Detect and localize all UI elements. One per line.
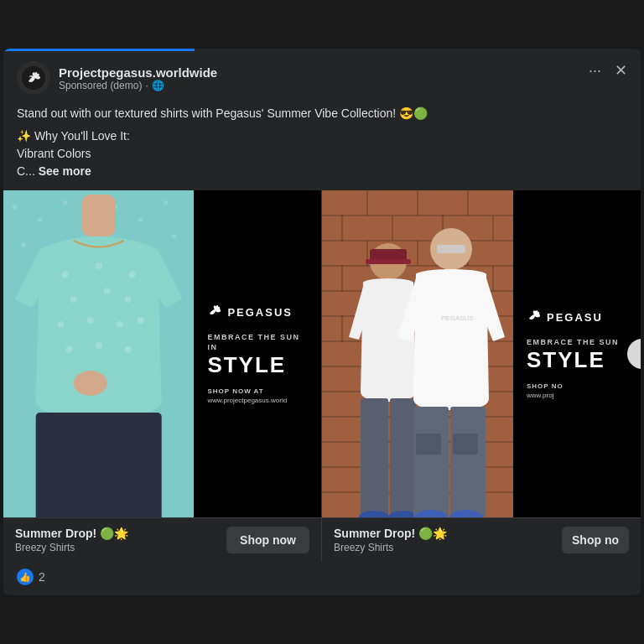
svg-rect-16 <box>82 195 116 236</box>
svg-rect-73 <box>390 398 416 517</box>
svg-rect-80 <box>413 407 449 517</box>
svg-point-2 <box>13 205 18 210</box>
shirt-photo <box>3 190 194 517</box>
product-text-1: Summer Drop! 🟢🌟 Breezy Shirts <box>15 527 218 553</box>
header-info: Projectpegasus.worldwide Sponsored (demo… <box>59 65 627 91</box>
reactions-row: 👍 2 <box>3 562 641 595</box>
brand-panel-2: PEGASU EMBRACE THE SUN STYLE SHOP NO www… <box>513 190 641 517</box>
svg-point-30 <box>74 371 107 396</box>
shop-at-label-1: SHOP NOW AT <box>207 387 263 395</box>
post-text-line1: Stand out with our textured shirts with … <box>17 105 627 122</box>
brick-background: PEGASUS <box>322 190 513 517</box>
pegasus-brand-1: PEGASUS <box>207 304 293 321</box>
shop-url-2: www.proj <box>527 392 553 399</box>
carousel-item-1: PEGASUS EMBRACE THE SUN IN STYLE SHOP NO… <box>3 190 322 517</box>
svg-point-21 <box>104 288 111 294</box>
svg-point-24 <box>87 317 94 324</box>
svg-point-9 <box>21 242 26 247</box>
svg-rect-72 <box>361 398 388 517</box>
product-image-1[interactable]: PEGASUS EMBRACE THE SUN IN STYLE SHOP NO… <box>3 190 321 517</box>
product-info-2: Summer Drop! 🟢🌟 Breezy Shirts Shop no <box>322 517 641 562</box>
svg-text:PEGASUS: PEGASUS <box>441 314 474 322</box>
svg-point-19 <box>129 271 136 278</box>
tagline-top-2: EMBRACE THE SUN <box>527 338 619 348</box>
pegasus-brand-2: PEGASU <box>527 309 603 326</box>
svg-point-27 <box>66 346 73 353</box>
svg-point-25 <box>117 321 123 328</box>
product-title-2: Summer Drop! 🟢🌟 <box>334 527 553 540</box>
page-name[interactable]: Projectpegasus.worldwide <box>59 65 627 80</box>
shirt-pattern <box>3 190 194 517</box>
pegasus-icon-2 <box>527 309 542 326</box>
tagline-top-1: EMBRACE THE SUN IN <box>207 333 308 352</box>
svg-point-15 <box>172 234 177 239</box>
product-image-2[interactable]: PEGASUS <box>322 190 641 517</box>
svg-point-28 <box>96 342 102 349</box>
svg-point-26 <box>138 317 144 324</box>
svg-point-3 <box>38 217 43 222</box>
shirt-image: PEGASUS EMBRACE THE SUN IN STYLE SHOP NO… <box>3 190 321 517</box>
svg-point-8 <box>164 200 169 205</box>
brand-name-2: PEGASU <box>547 311 603 324</box>
couple-photo: PEGASUS <box>322 190 513 517</box>
svg-point-7 <box>138 217 143 222</box>
shop-now-button-1[interactable]: Shop now <box>226 527 309 553</box>
see-more-button[interactable]: See more <box>39 164 91 178</box>
shop-at-label-2: SHOP NO <box>527 382 564 390</box>
svg-rect-71 <box>366 259 411 264</box>
shop-now-button-2[interactable]: Shop no <box>562 527 629 553</box>
more-options-icon[interactable]: ··· <box>589 62 601 80</box>
like-icon: 👍 <box>17 569 34 585</box>
post-text-line4: C... See more <box>17 163 627 180</box>
svg-rect-82 <box>416 434 441 454</box>
carousel-next-button[interactable]: › <box>627 339 641 369</box>
carousel-item-2: PEGASUS <box>322 190 641 517</box>
svg-point-17 <box>62 271 69 278</box>
product-subtitle-1: Breezy Shirts <box>15 542 218 553</box>
header-actions: ··· ✕ <box>589 61 627 80</box>
product-info-1: Summer Drop! 🟢🌟 Breezy Shirts Shop now <box>3 517 322 562</box>
avatar[interactable] <box>17 61 50 95</box>
sponsored-label: Sponsored (demo) · 🌐 <box>59 80 627 91</box>
carousel: PEGASUS EMBRACE THE SUN IN STYLE SHOP NO… <box>3 190 641 517</box>
shop-url-1: www.projectpegasus.world <box>207 397 287 404</box>
couple-image: PEGASUS <box>322 190 641 517</box>
carousel-track: PEGASUS EMBRACE THE SUN IN STYLE SHOP NO… <box>3 190 641 517</box>
svg-rect-77 <box>437 245 465 253</box>
reaction-count: 2 <box>39 570 45 584</box>
close-icon[interactable]: ✕ <box>615 61 627 80</box>
brand-panel-1: PEGASUS EMBRACE THE SUN IN STYLE SHOP NO… <box>194 190 321 517</box>
svg-point-23 <box>58 321 65 328</box>
svg-point-18 <box>96 262 102 269</box>
post-body: Stand out with our textured shirts with … <box>3 101 641 190</box>
product-subtitle-2: Breezy Shirts <box>334 542 553 553</box>
product-info-row: Summer Drop! 🟢🌟 Breezy Shirts Shop now S… <box>3 517 641 562</box>
svg-point-22 <box>125 296 132 303</box>
facebook-ad-card: Projectpegasus.worldwide Sponsored (demo… <box>3 49 641 595</box>
post-text-line2: ✨ Why You'll Love It: <box>17 127 627 145</box>
svg-rect-81 <box>450 407 486 517</box>
thumbs-up-emoji: 👍 <box>19 572 31 583</box>
product-text-2: Summer Drop! 🟢🌟 Breezy Shirts <box>334 527 553 553</box>
globe-icon: · <box>145 80 148 91</box>
svg-point-4 <box>63 200 68 205</box>
svg-rect-31 <box>36 413 162 517</box>
svg-point-29 <box>125 346 132 353</box>
tagline-style-2: STYLE <box>527 349 605 371</box>
pegasus-icon-1 <box>207 304 222 321</box>
post-header: Projectpegasus.worldwide Sponsored (demo… <box>3 51 641 101</box>
brand-name-1: PEGASUS <box>227 306 293 319</box>
tagline-style-1: STYLE <box>207 354 286 376</box>
svg-rect-83 <box>453 434 478 454</box>
svg-point-20 <box>70 296 77 303</box>
post-text-line3: Vibrant Colors <box>17 145 627 163</box>
product-title-1: Summer Drop! 🟢🌟 <box>15 527 218 540</box>
